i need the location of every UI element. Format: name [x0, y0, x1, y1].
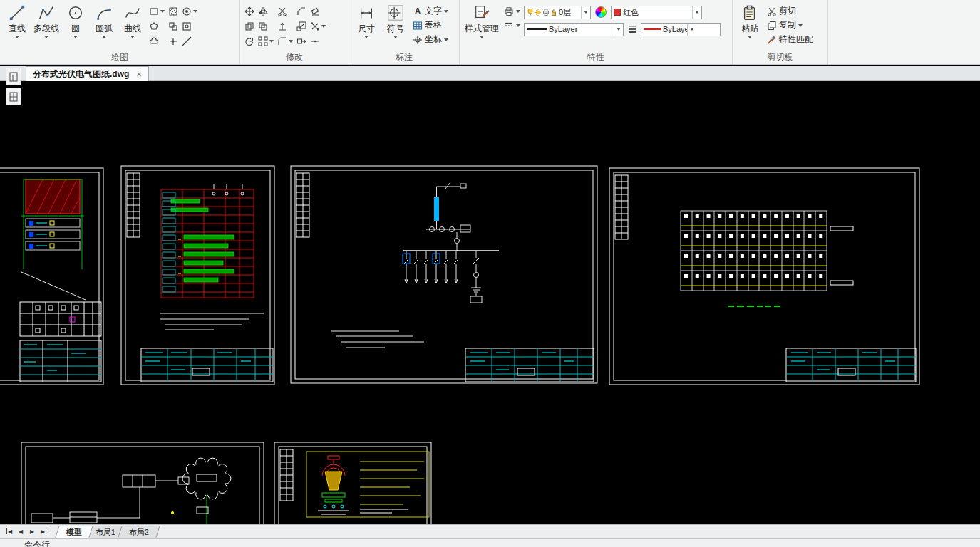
extend-button[interactable]	[277, 19, 294, 33]
chevron-down-icon[interactable]	[269, 40, 274, 43]
region-button[interactable]	[181, 19, 198, 33]
fillet-button[interactable]	[277, 34, 294, 48]
layer-dropdown-arrow[interactable]	[581, 6, 590, 19]
polyline-button[interactable]: 多段线	[32, 2, 61, 38]
chevron-down-icon[interactable]	[73, 36, 78, 38]
color-dropdown-arrow[interactable]	[692, 6, 701, 19]
tab-nav-next-button[interactable]: ▶	[27, 526, 37, 537]
tab-nav-prev-button[interactable]: ◀	[16, 526, 26, 537]
chamfer-button[interactable]	[296, 4, 307, 19]
ribbon-group-draw: 直线 多段线 圆	[0, 0, 240, 64]
table-button-label: 表格	[425, 19, 442, 31]
chevron-down-icon[interactable]	[289, 40, 293, 43]
trim-icon	[277, 6, 287, 16]
chevron-down-icon[interactable]	[393, 36, 398, 38]
chevron-down-icon[interactable]	[798, 24, 803, 27]
copy-object-icon	[244, 21, 254, 31]
hatch-button[interactable]	[167, 4, 179, 19]
sheet-e	[21, 442, 264, 524]
document-tab[interactable]: 分布式光伏电气图纸.dwg ×	[26, 66, 149, 81]
construction-line-button[interactable]	[181, 34, 198, 48]
chevron-down-icon[interactable]	[444, 10, 448, 13]
linetype-manager-button[interactable]	[502, 19, 522, 32]
chevron-down-icon[interactable]	[44, 36, 48, 38]
chevron-down-icon	[695, 11, 699, 14]
layer-select[interactable]: 0层	[524, 6, 591, 19]
rectangle-button[interactable]	[148, 4, 165, 19]
color-wheel-icon[interactable]	[594, 6, 607, 19]
color-select[interactable]: 红色	[611, 6, 702, 19]
linetype-select[interactable]: ByLayer	[524, 23, 624, 36]
line-button[interactable]: 直线	[4, 2, 31, 38]
coordinate-button[interactable]: 坐标	[411, 33, 450, 46]
side-toolbar-button-1[interactable]	[6, 68, 21, 85]
donut-button[interactable]	[181, 4, 198, 19]
chevron-down-icon[interactable]	[748, 36, 752, 38]
tab-layout2[interactable]: 布局2	[118, 526, 160, 538]
revision-cloud-button[interactable]	[148, 34, 165, 48]
polygon-button[interactable]	[148, 19, 165, 33]
chevron-down-icon[interactable]	[130, 36, 135, 38]
properties-row-2: ByLayer ByLayer	[524, 22, 721, 36]
offset-button[interactable]	[257, 19, 274, 33]
rotate-button[interactable]	[244, 34, 255, 48]
circle-button-label: 圆	[71, 23, 80, 35]
plot-style-button[interactable]	[502, 4, 522, 18]
sun-icon	[535, 7, 542, 17]
drawing-canvas[interactable]	[0, 81, 980, 524]
paste-icon	[741, 4, 759, 22]
arc-button[interactable]: 圆弧	[91, 2, 118, 38]
circle-button[interactable]: 圆	[62, 2, 89, 38]
lineweight-dropdown-arrow[interactable]	[687, 24, 696, 36]
move-button[interactable]	[244, 4, 255, 19]
tab-nav-first-button[interactable]: ◀	[4, 526, 14, 537]
chevron-down-icon[interactable]	[15, 36, 19, 38]
copy-object-button[interactable]	[244, 19, 255, 33]
close-icon[interactable]: ×	[136, 69, 142, 80]
side-toolbar-button-2[interactable]	[6, 88, 21, 105]
sheet-a	[0, 168, 103, 385]
linetype-dropdown-arrow[interactable]	[614, 24, 623, 36]
explode-button[interactable]	[309, 19, 326, 33]
table-button[interactable]: 表格	[411, 19, 450, 32]
dimension-button[interactable]: 尺寸	[353, 2, 380, 38]
paste-button-label: 粘贴	[741, 23, 758, 35]
block-button[interactable]	[167, 19, 179, 33]
chevron-down-icon[interactable]	[444, 38, 448, 41]
stretch-button[interactable]	[296, 34, 307, 48]
match-properties-button[interactable]: 特性匹配	[765, 33, 815, 46]
printer-icon	[504, 6, 514, 16]
tab-model-label: 模型	[66, 527, 82, 538]
paste-button[interactable]: 粘贴	[736, 2, 763, 38]
chevron-down-icon[interactable]	[516, 24, 520, 27]
mirror-button[interactable]	[257, 4, 274, 19]
chevron-down-icon[interactable]	[516, 10, 520, 13]
point-button[interactable]	[167, 34, 179, 48]
tab-nav-last-button[interactable]: ▶	[38, 526, 48, 537]
trim-button[interactable]	[277, 4, 294, 19]
chevron-down-icon[interactable]	[193, 10, 197, 13]
table-icon	[413, 21, 423, 31]
chevron-down-icon[interactable]	[364, 36, 368, 38]
lineweight-preview	[644, 28, 661, 30]
style-manager-button-label: 样式管理	[465, 23, 499, 35]
erase-button[interactable]	[309, 4, 326, 19]
command-line-panel[interactable]: 命令行	[0, 538, 980, 547]
chevron-down-icon[interactable]	[102, 36, 106, 38]
chevron-down-icon[interactable]	[321, 25, 326, 28]
first-tab-icon: ◀	[8, 528, 12, 535]
tab-model[interactable]: 模型	[55, 526, 93, 538]
style-manager-button[interactable]: 样式管理	[463, 2, 500, 38]
scale-button[interactable]	[296, 19, 307, 33]
array-button[interactable]	[257, 34, 274, 48]
cut-button[interactable]: 剪切	[765, 4, 815, 18]
spline-button[interactable]: 曲线	[119, 2, 146, 38]
copy-button[interactable]: 复制	[765, 19, 815, 32]
lineweight-select[interactable]: ByLayer	[641, 23, 721, 36]
symbol-button[interactable]: 符号	[382, 2, 409, 38]
chevron-down-icon[interactable]	[480, 36, 484, 38]
chevron-down-icon[interactable]	[160, 10, 165, 13]
stretch-icon	[296, 36, 306, 46]
join-button[interactable]	[309, 34, 326, 48]
text-button[interactable]: A 文字	[411, 4, 450, 18]
